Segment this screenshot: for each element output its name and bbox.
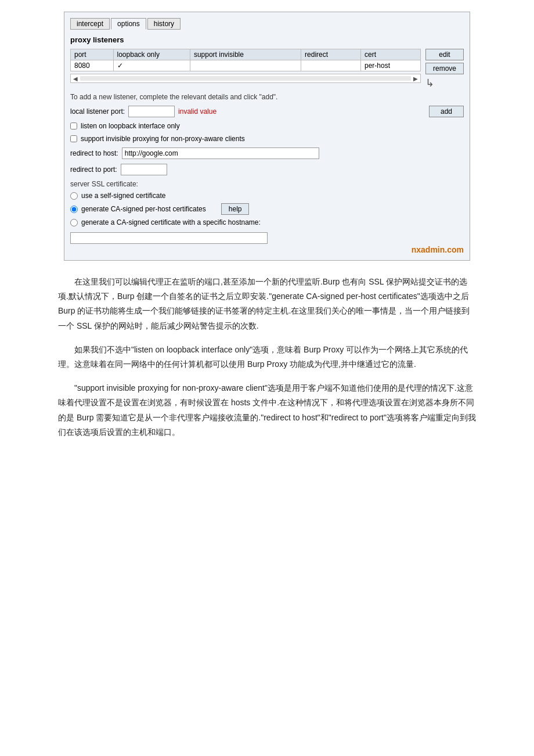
table-buttons: edit remove ↳ [425,49,464,89]
cell-redirect [301,60,361,71]
col-loopback: loopback only [113,49,190,60]
radio-ca-signed-label: generate CA-signed per-host certificates [81,205,206,213]
table-wrapper: port loopback only support invisible red… [70,49,421,89]
radio-self-signed-row: use a self-signed certificate [70,192,464,200]
proxy-listeners-title: proxy listeners [70,35,464,44]
burp-proxy-panel: intercept options history proxy listener… [64,12,470,261]
add-button[interactable]: add [429,106,464,117]
add-listener-info: To add a new listener, complete the rele… [70,93,464,101]
local-listener-port-input[interactable] [128,106,175,117]
redirect-host-input[interactable] [122,147,319,159]
listeners-table-area: port loopback only support invisible red… [70,49,464,89]
edit-button[interactable]: edit [425,49,464,60]
support-invisible-row: support invisible proxying for non-proxy… [70,135,464,143]
local-listener-port-row: local listener port: invalid value add [70,106,464,117]
redirect-port-row: redirect to port: [70,164,464,175]
redirect-port-label: redirect to port: [70,165,117,174]
cell-support [190,60,301,71]
invalid-value-text: invalid value [178,107,217,116]
listen-loopback-label: listen on loopback interface only [81,122,180,130]
cursor-icon: ↳ [425,77,464,89]
support-invisible-label: support invisible proxying for non-proxy… [81,135,245,143]
help-button[interactable]: help [221,203,250,215]
radio-ca-signed[interactable] [70,206,78,213]
local-listener-port-label: local listener port: [70,107,125,116]
col-port: port [71,49,114,60]
table-row[interactable]: 8080 ✓ per-host [71,60,421,71]
paragraph-3: "support invisible proxying for non-prox… [23,381,511,440]
radio-specific-hostname-label: generate a CA-signed certificate with a … [81,218,261,226]
scroll-left-arrow[interactable]: ◀ [73,75,78,82]
col-cert: cert [361,49,421,60]
hostname-input-row [70,230,464,244]
tab-intercept[interactable]: intercept [70,18,110,30]
radio-specific-hostname[interactable] [70,219,78,226]
radio-self-signed-label: use a self-signed certificate [81,192,165,200]
listen-loopback-checkbox[interactable] [70,123,77,129]
proxy-table: port loopback only support invisible red… [70,49,421,71]
tab-history[interactable]: history [147,18,181,30]
support-invisible-checkbox[interactable] [70,135,77,142]
tab-options[interactable]: options [111,18,146,30]
ssl-section-label: server SSL certificate: [70,180,464,188]
listen-loopback-row: listen on loopback interface only [70,122,464,130]
watermark: nxadmin.com [70,245,464,254]
tab-bar: intercept options history [70,18,464,30]
cell-cert: per-host [361,60,421,71]
radio-ca-signed-row: generate CA-signed per-host certificates… [70,203,464,215]
horizontal-scrollbar[interactable]: ◀ ▶ [70,74,421,83]
scroll-track [80,76,411,81]
redirect-host-label: redirect to host: [70,149,118,157]
hostname-input[interactable] [70,232,268,244]
redirect-port-input[interactable] [121,164,167,175]
paragraph-2: 如果我们不选中"listen on loopback interface onl… [23,343,511,372]
radio-self-signed[interactable] [70,192,78,200]
col-redirect: redirect [301,49,361,60]
redirect-host-row: redirect to host: [70,147,464,159]
scroll-right-arrow[interactable]: ▶ [413,75,418,82]
paragraph-1: 在这里我们可以编辑代理正在监听的端口,甚至添加一个新的代理监听.Burp 也有向… [23,275,511,333]
col-support: support invisible [190,49,301,60]
radio-specific-hostname-row: generate a CA-signed certificate with a … [70,218,464,226]
cell-loopback: ✓ [113,60,190,71]
cell-port: 8080 [71,60,114,71]
remove-button[interactable]: remove [425,63,464,74]
